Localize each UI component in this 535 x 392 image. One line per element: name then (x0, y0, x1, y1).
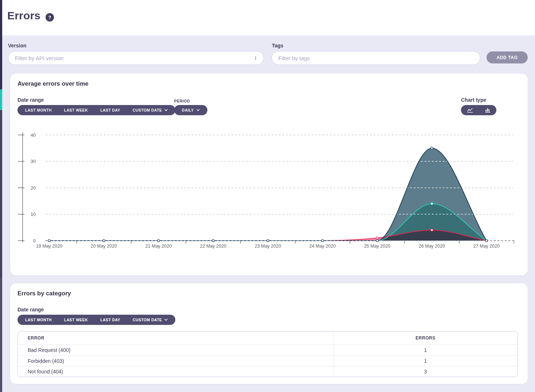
category-card-title: Errors by category (17, 290, 71, 297)
sidebar-edge-bottom (0, 278, 2, 392)
date-range-label: Date range (17, 307, 44, 313)
version-label: Version (8, 43, 27, 48)
last-day-button[interactable]: LAST DAY (94, 315, 126, 325)
custom-date-button[interactable]: CUSTOM DATE (126, 105, 174, 115)
download-table-button[interactable] (501, 315, 518, 325)
error-name: Not found (404) (28, 369, 63, 374)
data-point[interactable] (431, 147, 433, 149)
chevron-down-icon (164, 319, 168, 321)
x-axis-label: 21 May 2020 (145, 244, 172, 249)
data-point[interactable] (321, 240, 324, 242)
period-daily-button[interactable]: DAILY (176, 105, 206, 115)
x-axis-label: 20 May 2020 (91, 244, 117, 249)
error-count: 1 (424, 347, 427, 353)
y-axis-label: 0 (33, 238, 36, 244)
x-axis-label: 22 May 2020 (200, 244, 226, 249)
data-point[interactable] (48, 240, 50, 242)
x-axis-label: 24 May 2020 (309, 244, 336, 249)
help-icon[interactable]: ? (46, 13, 54, 22)
dropdown-arrow-icon[interactable]: ↓ (254, 54, 257, 61)
data-point[interactable] (485, 240, 488, 242)
sidebar-edge-strip[interactable] (0, 0, 2, 392)
date-range-label: Date range (17, 97, 44, 103)
custom-date-label: CUSTOM DATE (133, 318, 162, 322)
errors-page: Errors ? Version ↓ Tags ADD TAG Average … (0, 0, 535, 392)
period-select-group: DAILY (174, 105, 207, 115)
x-axis-label: 25 May 2020 (364, 244, 390, 249)
data-point[interactable] (157, 240, 160, 242)
error-count: 3 (424, 369, 427, 374)
download-chart-button[interactable] (501, 105, 518, 115)
data-point[interactable] (431, 202, 433, 205)
chevron-down-icon (196, 109, 200, 111)
page-title: Errors (7, 9, 40, 22)
chart-area: 01020304019 May 202020 May 202021 May 20… (15, 129, 518, 253)
last-month-button[interactable]: LAST MONTH (19, 315, 58, 325)
x-axis-label: 26 May 2020 (419, 244, 445, 249)
last-day-button[interactable]: LAST DAY (94, 105, 126, 115)
x-axis-label: 23 May 2020 (255, 244, 281, 249)
bar-chart-type-button[interactable] (480, 105, 496, 115)
table-row[interactable]: Forbidden (403) 1 (18, 356, 518, 366)
x-axis-label: 27 May 2020 (473, 244, 500, 249)
bar-chart-icon (485, 108, 491, 113)
chart-card-title: Average errors over time (17, 80, 89, 87)
last-week-button[interactable]: LAST WEEK (58, 105, 94, 115)
column-header-errors: ERRORS (415, 335, 435, 341)
download-icon (507, 108, 512, 113)
x-axis-label: 19 May 2020 (36, 244, 62, 249)
error-count: 1 (424, 358, 427, 364)
errors-over-time-chart[interactable]: 01020304019 May 202020 May 202021 May 20… (15, 129, 518, 253)
table-row[interactable]: Bad Request (400) 1 (18, 345, 518, 356)
last-week-button[interactable]: LAST WEEK (58, 315, 94, 325)
line-chart-icon (467, 108, 473, 113)
data-point[interactable] (212, 240, 214, 242)
download-icon (507, 317, 512, 322)
sidebar-edge-middle (0, 110, 2, 278)
filter-bar: Version ↓ Tags ADD TAG (2, 35, 535, 74)
date-range-button-group: LAST MONTH LAST WEEK LAST DAY CUSTOM DAT… (17, 315, 175, 325)
line-chart-type-button[interactable] (462, 105, 478, 115)
period-value: DAILY (182, 108, 194, 112)
data-point[interactable] (376, 237, 378, 239)
table-header-row: ERROR ERRORS (18, 331, 518, 345)
column-header-error: ERROR (28, 335, 44, 341)
data-point[interactable] (103, 240, 105, 242)
error-name: Bad Request (400) (28, 347, 71, 353)
sidebar-edge-active-indicator (0, 89, 2, 110)
data-point[interactable] (431, 229, 433, 231)
tags-filter-input[interactable] (272, 51, 480, 65)
last-month-button[interactable]: LAST MONTH (19, 105, 58, 115)
y-axis-label: 40 (31, 133, 36, 138)
sidebar-edge-top (0, 0, 2, 89)
custom-date-button[interactable]: CUSTOM DATE (126, 315, 174, 325)
date-range-button-group: LAST MONTH LAST WEEK LAST DAY CUSTOM DAT… (17, 105, 175, 115)
average-errors-card: Average errors over time Date range LAST… (10, 74, 528, 275)
y-axis-label: 30 (31, 159, 36, 164)
add-tag-button[interactable]: ADD TAG (487, 51, 528, 63)
red-series-area (49, 230, 487, 241)
y-axis-label: 20 (31, 186, 36, 191)
tags-label: Tags (272, 43, 284, 48)
errors-by-category-card: Errors by category Date range LAST MONTH… (10, 283, 528, 384)
custom-date-label: CUSTOM DATE (133, 108, 162, 112)
error-name: Forbidden (403) (28, 358, 64, 364)
chart-type-toggle (461, 105, 496, 115)
data-point[interactable] (267, 240, 269, 242)
chevron-down-icon (164, 109, 168, 111)
data-point[interactable] (376, 240, 378, 242)
page-header: Errors ? (2, 0, 535, 35)
y-axis-label: 10 (31, 212, 36, 217)
chart-type-label: Chart type (461, 97, 486, 103)
period-label: PERIOD (174, 99, 190, 103)
errors-table: ERROR ERRORS Bad Request (400) 1 Forbidd… (17, 331, 518, 377)
version-filter-input[interactable] (8, 51, 264, 65)
table-row[interactable]: Not found (404) 3 (18, 366, 518, 377)
